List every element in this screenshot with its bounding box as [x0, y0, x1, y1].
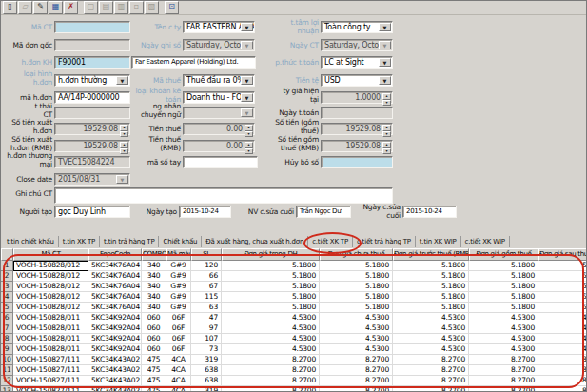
row-number-cell[interactable]: 8: [1, 334, 13, 344]
hdon-kh-input[interactable]: F90001: [54, 56, 130, 69]
ng-nhan-select: ▼: [183, 107, 255, 119]
row-number-cell[interactable]: 3: [1, 282, 13, 292]
chevron-down-icon[interactable]: ▼: [241, 76, 253, 85]
table-cell: 5.1800: [222, 282, 320, 292]
row-number-cell[interactable]: 9: [1, 344, 13, 355]
erase-icon[interactable]: ✎: [33, 1, 48, 14]
ngay-tao-input[interactable]: 2015-10-24: [179, 206, 231, 218]
row-number-cell[interactable]: 11: [1, 365, 13, 376]
table-cell: 5.1800: [469, 271, 538, 282]
ma-thue-select[interactable]: Thuế đầu ra 0%▼: [183, 74, 255, 87]
row-number-cell[interactable]: 4: [1, 292, 13, 303]
row-number-cell[interactable]: 6: [1, 313, 13, 323]
table-row[interactable]: 9VOCH-150828/0115KC34K92A0406006F734.530…: [1, 344, 587, 355]
loai-hinh-hdon-select[interactable]: h.đơn thường▼: [54, 74, 130, 87]
column-header[interactable]: Đơn giá trong DH: [222, 248, 320, 261]
column-header[interactable]: Đơn giá sau thuế (RMB): [538, 248, 587, 261]
chevron-down-icon[interactable]: ▼: [379, 76, 391, 85]
table-cell: 8.2700: [222, 365, 320, 376]
table-cell: 4CA: [166, 355, 191, 365]
table-cell: 638: [191, 365, 222, 376]
ma-so-tay-label: mã số tay: [131, 159, 181, 167]
table-cell: VOCH-150827/111: [13, 355, 88, 365]
row-number-cell[interactable]: 7: [1, 323, 13, 334]
column-header[interactable]: SL: [191, 248, 222, 261]
nv-sua-cuoi-input[interactable]: Trần Ngọc Dư: [296, 206, 351, 218]
table-cell: VOCH-150828/012: [13, 303, 88, 313]
tab-9[interactable]: c.tiết XK WIP: [461, 236, 510, 247]
table-cell: 5.1800: [469, 282, 538, 292]
tab-4[interactable]: Chiết khấu: [159, 236, 202, 247]
row-number-cell[interactable]: 12: [1, 376, 13, 386]
ngay-sua-cuoi-input[interactable]: 2015-10-24: [402, 206, 457, 218]
table-cell: 475: [142, 376, 166, 386]
tab-6[interactable]: c.tiết XK TP: [308, 236, 353, 247]
edit-record-icon: ▱: [18, 1, 32, 14]
ten-cty-select[interactable]: FAR EASTERN APPARE▼: [183, 21, 255, 33]
tab-3[interactable]: t.tin trả hàng TP: [100, 236, 159, 247]
chevron-down-icon[interactable]: ▼: [379, 23, 391, 31]
column-header[interactable]: Mã màu: [166, 248, 191, 261]
column-header[interactable]: Đơn giá trước thuế (RMB): [393, 248, 469, 261]
save-icon[interactable]: ▦: [49, 1, 63, 14]
table-cell: 5.1800: [393, 303, 469, 313]
spinner-buttons: ▴▾: [382, 142, 391, 150]
tab-7[interactable]: c.tiết trả hàng TP: [353, 236, 416, 247]
chevron-down-icon[interactable]: ▼: [379, 58, 391, 67]
table-row[interactable]: 8VOCH-150828/0115KC34K92A0406006F1074.53…: [1, 334, 587, 344]
row-number-cell[interactable]: 10: [1, 355, 13, 365]
table-cell: 4.5300: [538, 344, 587, 355]
chevron-down-icon[interactable]: ▼: [116, 76, 128, 85]
table-cell: 115: [191, 292, 222, 303]
table-cell: 8.2700: [393, 355, 469, 365]
column-header[interactable]: Đơn giá gồm thuế: [469, 248, 538, 261]
column-header[interactable]: Đơn giá chưa thuế: [320, 248, 393, 261]
ma-so-tay-input[interactable]: [183, 156, 258, 168]
new-record-icon[interactable]: ▯: [3, 1, 17, 14]
table-cell: G#9: [166, 292, 191, 303]
table-cell: 5.1800: [393, 292, 469, 303]
table-cell: 5.1800: [320, 261, 393, 271]
tien-te-select[interactable]: USD▼: [321, 74, 393, 87]
ttam-loi-nhuan-select[interactable]: Toàn công ty▼: [321, 21, 393, 33]
table-row[interactable]: 3VOCH-150828/0125KC34K76A04340G#9675.180…: [1, 282, 587, 292]
table-row[interactable]: 13VOCH-150827/1115KC34K43A024754CA3198.2…: [1, 386, 587, 392]
table-cell: 4CA: [166, 376, 191, 386]
row-number-cell[interactable]: 13: [1, 386, 13, 392]
nguoi-tao-input[interactable]: gọc Duy Linh: [54, 206, 130, 218]
table-row[interactable]: 4VOCH-150828/0125KC34K76A04340G#91155.18…: [1, 292, 587, 303]
table-row[interactable]: 10VOCH-150827/1115KC34K43A024754CA3198.2…: [1, 355, 587, 365]
row-number-cell[interactable]: 2: [1, 271, 13, 282]
loai-khoan-kt-select[interactable]: Doanh thu - FOB▼: [183, 91, 255, 104]
delete-icon[interactable]: ✗: [64, 1, 78, 14]
column-header[interactable]: Mã CT: [13, 248, 88, 261]
chevron-down-icon[interactable]: ▼: [241, 23, 253, 31]
ttam-loi-nhuan-label: t.tâm lợi nhuận: [263, 19, 319, 35]
monitor-icon[interactable]: ⊡: [165, 1, 179, 14]
table-cell: 4.5300: [320, 344, 393, 355]
column-header[interactable]: COMBO: [142, 248, 166, 261]
ma-ct-input[interactable]: [54, 21, 130, 33]
p-thuc-ttoan-select[interactable]: LC at Sight▼: [321, 56, 393, 69]
table-row[interactable]: 5VOCH-150828/0125KC34K76A04340G#9635.180…: [1, 303, 587, 313]
table-row[interactable]: 2VOCH-150828/0125KC34K76A04340G#9665.180…: [1, 271, 587, 282]
hdon-tm-input: TVEC15084224: [54, 156, 130, 168]
table-cell: 5.1800: [538, 303, 587, 313]
ma-hdon-input[interactable]: AA/14P-0000000: [54, 91, 130, 104]
row-number-cell[interactable]: 5: [1, 303, 13, 313]
table-row[interactable]: 12VOCH-150827/1115KC34K43A024754CA6388.2…: [1, 376, 587, 386]
table-cell: 4.5300: [538, 334, 587, 344]
column-header[interactable]: FepoCode: [88, 248, 142, 261]
tab-8[interactable]: t.tin XK WIP: [416, 236, 461, 247]
tab-1[interactable]: t.tin chiết khấu: [3, 236, 59, 247]
table-row[interactable]: 6VOCH-150828/0115KC34K92A0406006F474.530…: [1, 313, 587, 323]
tab-5[interactable]: Đã xuất hàng, chưa xuất h.đơn: [202, 236, 308, 247]
chevron-down-icon[interactable]: ▼: [241, 93, 253, 102]
huy-bo-so-input[interactable]: [321, 156, 393, 168]
table-row[interactable]: 11VOCH-150827/1115KC34K43A024754CA6388.2…: [1, 365, 587, 376]
ghi-chu-input[interactable]: [54, 187, 393, 204]
tab-2[interactable]: t.tin XK TP: [59, 236, 100, 247]
table-row[interactable]: 1VOCH-150828/0125KC34K76A04340G#91205.18…: [1, 261, 587, 271]
row-number-cell[interactable]: 1: [1, 261, 13, 271]
table-row[interactable]: 7VOCH-150828/0115KC34K92A0406006F974.530…: [1, 323, 587, 334]
